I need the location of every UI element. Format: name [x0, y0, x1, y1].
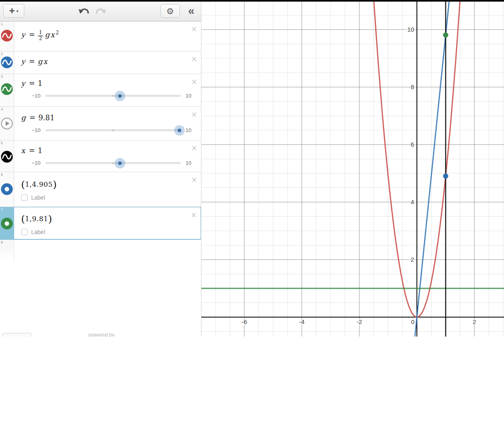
delete-expression-icon[interactable]: ×: [192, 55, 197, 64]
row-gutter: 6: [0, 172, 14, 207]
play-slider-icon[interactable]: [1, 117, 13, 130]
redo-icon: [95, 11, 107, 17]
slider-min-label[interactable]: −10: [21, 127, 41, 133]
delete-expression-icon[interactable]: ×: [192, 175, 197, 185]
point-marker[interactable]: [443, 173, 448, 179]
expression-row-8-empty[interactable]: 8: [0, 240, 201, 261]
y-axis-tick-label: 8: [411, 83, 414, 90]
math-expression: y=gx: [21, 57, 201, 66]
label-checkbox[interactable]: [21, 194, 28, 201]
y-axis-tick-label: 6: [411, 141, 414, 148]
row-gutter: 5: [0, 141, 14, 172]
expression-list: 1 y=12gx2 ×: [0, 21, 201, 261]
x-axis-tick-label: -6: [241, 318, 247, 325]
row-number: 5: [1, 141, 3, 145]
slider-handle[interactable]: [174, 125, 185, 136]
expression-input[interactable]: y=1 −10 10 ×: [14, 74, 201, 107]
point-marker[interactable]: [443, 32, 448, 38]
window-top-edge: [0, 0, 504, 2]
slider-handle[interactable]: [115, 91, 125, 101]
slider-row: −10 10: [21, 93, 201, 99]
sine-curve-icon-red[interactable]: [1, 30, 13, 42]
fraction: 12: [38, 30, 43, 42]
label-option-row: Label: [21, 229, 201, 235]
delete-expression-icon[interactable]: ×: [192, 77, 197, 87]
expression-input[interactable]: (1,9.81) Label ×: [14, 207, 201, 239]
expression-row-2: 2 y=gx ×: [0, 51, 201, 74]
math-expression: (1,9.81): [21, 213, 201, 225]
expression-input[interactable]: [14, 240, 201, 261]
slider-track[interactable]: [45, 95, 181, 97]
slider-track[interactable]: [45, 129, 181, 131]
slider-min-label[interactable]: −10: [21, 160, 41, 166]
slider-max-label[interactable]: 10: [186, 127, 196, 133]
undo-redo-group: [78, 6, 107, 17]
add-expression-button[interactable]: + ▾: [3, 4, 24, 18]
row-gutter: 8: [0, 240, 14, 261]
delete-expression-icon[interactable]: ×: [191, 211, 196, 220]
x-axis-tick-label: 0: [411, 318, 414, 325]
show-keyboard-button[interactable]: [2, 333, 32, 337]
sine-curve-icon-black[interactable]: [1, 151, 13, 163]
expression-row-1: 1 y=12gx2 ×: [0, 21, 201, 51]
math-expression: y=1: [21, 79, 201, 87]
sine-curve-icon-green[interactable]: [1, 83, 13, 95]
undo-button[interactable]: [78, 6, 90, 17]
expression-row-6: 6 (1,4.905): [0, 172, 201, 207]
expression-input[interactable]: x=1 −10 10 ×: [14, 141, 201, 172]
slider-track[interactable]: [45, 162, 181, 164]
collapse-panel-button[interactable]: «: [183, 4, 199, 18]
x-axis-tick-label: -2: [357, 318, 362, 325]
delete-expression-icon[interactable]: ×: [192, 25, 197, 34]
plus-icon: +: [9, 6, 15, 16]
slider-max-label[interactable]: 10: [186, 93, 196, 99]
slider-min-label[interactable]: −10: [21, 93, 41, 99]
y-axis-tick-label: 10: [407, 26, 414, 33]
row-gutter: 1: [0, 21, 14, 51]
slider-zero-tick: [113, 130, 114, 131]
row-gutter: 3: [0, 74, 14, 107]
slider-handle[interactable]: [115, 158, 125, 168]
graph-settings-button[interactable]: ⚙: [160, 4, 180, 18]
math-expression: g=9.81: [21, 113, 201, 122]
row-number: 1: [1, 22, 3, 26]
expression-input[interactable]: (1,4.905) Label ×: [14, 172, 201, 207]
chevron-down-icon: ▾: [16, 9, 18, 13]
slider-row: −10 10: [21, 127, 201, 133]
delete-expression-icon[interactable]: ×: [192, 144, 197, 153]
y-axis-tick-label: 2: [411, 256, 414, 263]
delete-expression-icon[interactable]: ×: [192, 110, 197, 119]
collapse-panel-icon: «: [188, 4, 194, 17]
slider-zero-tick: [113, 95, 114, 96]
expression-input[interactable]: y=gx ×: [14, 51, 201, 74]
point-icon-blue[interactable]: [1, 183, 13, 195]
math-expression: (1,4.905): [21, 179, 201, 190]
expression-input[interactable]: g=9.81 −10 10 ×: [14, 107, 201, 140]
graph-canvas[interactable]: -6-4-202246810: [201, 0, 504, 337]
redo-button[interactable]: [95, 6, 107, 17]
expression-row-3: 3 y=1 −10: [0, 74, 201, 107]
curve-line: [415, 0, 449, 337]
row-number: 4: [1, 107, 3, 111]
row-gutter: 4: [0, 107, 14, 140]
row-number: 6: [1, 173, 3, 177]
expression-row-7: 7 (1,9.81): [0, 207, 201, 240]
y-axis-tick-label: 4: [411, 198, 414, 205]
x-axis-tick-label: 2: [473, 318, 476, 325]
point-icon-green[interactable]: [1, 217, 13, 230]
label-checkbox[interactable]: [21, 229, 28, 235]
row-number: 2: [1, 52, 3, 56]
label-checkbox-text: Label: [31, 229, 45, 235]
expression-input[interactable]: y=12gx2 ×: [14, 21, 201, 51]
sine-curve-icon-blue[interactable]: [1, 56, 13, 68]
slider-max-label[interactable]: 10: [186, 160, 196, 166]
label-option-row: Label: [21, 194, 201, 201]
row-number: 8: [1, 240, 3, 244]
row-number: 3: [1, 75, 3, 79]
gear-icon: ⚙: [167, 7, 174, 15]
x-axis-tick-label: -4: [299, 318, 304, 325]
label-checkbox-text: Label: [31, 194, 45, 201]
graph-paper[interactable]: -6-4-202246810: [201, 0, 504, 337]
expressions-panel: + ▾: [0, 0, 201, 337]
desmos-app: + ▾: [0, 0, 504, 337]
